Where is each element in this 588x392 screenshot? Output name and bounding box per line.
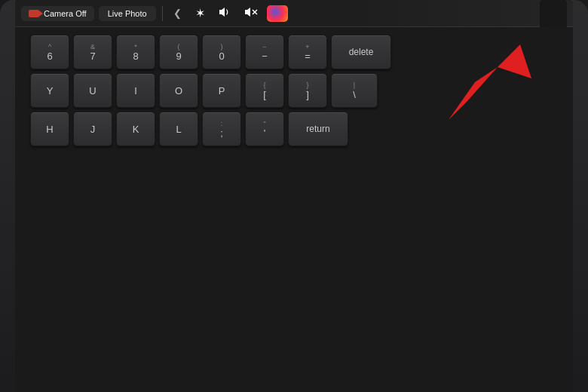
key-0[interactable]: ) 0 [202, 35, 241, 69]
key-minus[interactable]: − − [245, 35, 284, 69]
touch-bar: Camera Off Live Photo ❮ ✶ [15, 0, 573, 27]
volume-icon[interactable] [214, 4, 235, 23]
touch-id-button[interactable] [540, 0, 567, 27]
key-u[interactable]: U [73, 73, 112, 108]
key-i[interactable]: I [116, 73, 155, 108]
key-quote[interactable]: " ' [245, 112, 284, 146]
touch-bar-divider [162, 6, 163, 21]
key-row-yuiop: Y U I O P { [ } [30, 73, 558, 108]
key-equals[interactable]: + = [288, 35, 327, 69]
brightness-icon[interactable]: ✶ [191, 3, 210, 23]
key-o[interactable]: O [159, 73, 198, 108]
key-k[interactable]: K [116, 112, 155, 146]
live-photo-button[interactable]: Live Photo [99, 6, 156, 21]
key-p[interactable]: P [202, 73, 241, 108]
mute-icon[interactable] [240, 4, 262, 23]
key-8[interactable]: * 8 [116, 35, 155, 69]
key-7[interactable]: & 7 [73, 35, 112, 69]
screen-bezel: Camera Off Live Photo ❮ ✶ [15, 0, 573, 392]
key-semicolon[interactable]: : ; [202, 112, 241, 146]
key-row-hjkl: H J K L : ; " ' [30, 112, 558, 146]
siri-icon[interactable] [267, 5, 288, 22]
key-backslash[interactable]: | \ [331, 73, 378, 108]
key-j[interactable]: J [73, 112, 112, 146]
key-row-numbers: ^ 6 & 7 * 8 ( 9 ) 0 [30, 35, 558, 69]
chevron-left-icon[interactable]: ❮ [169, 5, 186, 22]
key-l[interactable]: L [159, 112, 198, 146]
key-h[interactable]: H [30, 112, 69, 146]
camera-off-button[interactable]: Camera Off [21, 6, 94, 21]
keyboard-area: ^ 6 & 7 * 8 ( 9 ) 0 [15, 27, 573, 392]
camera-off-label: Camera Off [44, 9, 87, 18]
key-return[interactable]: return [288, 112, 348, 146]
key-delete[interactable]: delete [331, 35, 391, 69]
key-bracket-open[interactable]: { [ [245, 73, 284, 108]
key-6[interactable]: ^ 6 [30, 35, 69, 69]
camera-off-icon [29, 10, 39, 17]
laptop-frame: MacBook Pro Camera Off Live Photo ❮ ✶ [0, 0, 588, 392]
key-bracket-close[interactable]: } ] [288, 73, 327, 108]
live-photo-label: Live Photo [108, 9, 147, 18]
key-9[interactable]: ( 9 [159, 35, 198, 69]
key-y[interactable]: Y [30, 73, 69, 108]
